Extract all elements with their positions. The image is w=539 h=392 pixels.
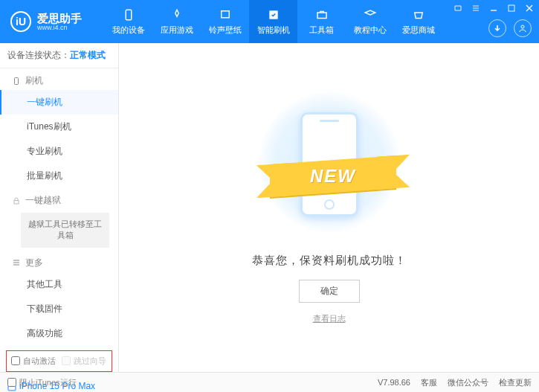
success-message: 恭喜您，保资料刷机成功啦！ bbox=[252, 254, 407, 268]
svg-rect-4 bbox=[509, 5, 514, 11]
sidebar: 设备连接状态：正常模式 刷机 一键刷机 iTunes刷机 专业刷机 批量刷机 一… bbox=[0, 43, 119, 372]
svg-rect-3 bbox=[317, 13, 326, 19]
footer-support[interactable]: 客服 bbox=[421, 377, 437, 388]
nav-store[interactable]: 爱思商城 bbox=[394, 0, 442, 43]
apps-icon bbox=[170, 8, 184, 22]
svg-point-5 bbox=[521, 25, 524, 28]
section-flash: 刷机 bbox=[0, 68, 118, 90]
ringtone-icon bbox=[219, 8, 232, 22]
svg-rect-6 bbox=[15, 77, 19, 84]
logo-icon: iU bbox=[10, 11, 31, 32]
download-button[interactable] bbox=[488, 19, 506, 37]
nav-apps[interactable]: 应用游戏 bbox=[152, 0, 201, 43]
svg-rect-7 bbox=[14, 200, 19, 204]
connection-status: 设备连接状态：正常模式 bbox=[0, 43, 118, 68]
store-icon bbox=[412, 8, 425, 22]
nav-ringtones[interactable]: 铃声壁纸 bbox=[201, 0, 249, 43]
svg-rect-0 bbox=[126, 10, 132, 20]
new-ribbon: NEW bbox=[310, 166, 356, 187]
user-button[interactable] bbox=[514, 19, 532, 37]
more-icon bbox=[12, 258, 21, 267]
skip-guide-checkbox[interactable]: 跳过向导 bbox=[62, 356, 106, 367]
version-label: V7.98.66 bbox=[378, 378, 410, 387]
success-illustration: NEW bbox=[255, 91, 404, 240]
app-url: www.i4.cn bbox=[37, 24, 82, 31]
nav-toolbox[interactable]: 工具箱 bbox=[297, 0, 346, 43]
sidebar-item-pro[interactable]: 专业刷机 bbox=[0, 139, 118, 164]
view-log-link[interactable]: 查看日志 bbox=[313, 313, 346, 324]
app-header: iU 爱思助手 www.i4.cn 我的设备 应用游戏 铃声壁纸 智能刷机 工具… bbox=[0, 0, 539, 43]
sidebar-item-advanced[interactable]: 高级功能 bbox=[0, 321, 118, 346]
nav-flash[interactable]: 智能刷机 bbox=[249, 0, 297, 43]
sidebar-item-download[interactable]: 下载固件 bbox=[0, 297, 118, 321]
top-nav: 我的设备 应用游戏 铃声壁纸 智能刷机 工具箱 教程中心 爱思商城 bbox=[104, 0, 442, 43]
nav-tutorials[interactable]: 教程中心 bbox=[346, 0, 394, 43]
nav-my-device[interactable]: 我的设备 bbox=[104, 0, 152, 43]
sidebar-item-itunes[interactable]: iTunes刷机 bbox=[0, 115, 118, 139]
close-icon[interactable] bbox=[524, 3, 535, 13]
footer-wechat[interactable]: 微信公众号 bbox=[448, 377, 488, 388]
sidebar-item-batch[interactable]: 批量刷机 bbox=[0, 164, 118, 188]
jailbreak-notice: 越狱工具已转移至工具箱 bbox=[21, 213, 109, 248]
menu-icon[interactable] bbox=[471, 3, 481, 13]
highlight-box: 自动激活 跳过向导 bbox=[6, 350, 112, 372]
lock-icon bbox=[12, 196, 21, 205]
window-controls bbox=[453, 3, 535, 13]
auto-activate-checkbox[interactable]: 自动激活 bbox=[11, 356, 56, 367]
toolbox-icon bbox=[315, 8, 329, 22]
section-more: 更多 bbox=[0, 251, 118, 272]
footer-update[interactable]: 检查更新 bbox=[499, 377, 532, 388]
section-jailbreak: 一键越狱 bbox=[0, 188, 118, 210]
tutorial-icon bbox=[364, 8, 377, 22]
sidebar-item-oneclick[interactable]: 一键刷机 bbox=[0, 90, 118, 115]
main-panel: NEW 恭喜您，保资料刷机成功啦！ 确定 查看日志 bbox=[119, 43, 539, 372]
minimize-icon[interactable] bbox=[488, 3, 499, 13]
block-itunes-checkbox[interactable]: 阻止iTunes运行 bbox=[7, 377, 77, 388]
svg-rect-1 bbox=[221, 10, 229, 17]
header-actions bbox=[488, 19, 532, 37]
device-icon bbox=[122, 8, 135, 22]
flash-section-icon bbox=[12, 77, 21, 86]
logo-area: iU 爱思助手 www.i4.cn bbox=[0, 11, 104, 32]
skin-icon[interactable] bbox=[453, 3, 463, 13]
confirm-button[interactable]: 确定 bbox=[299, 280, 360, 303]
app-name: 爱思助手 bbox=[37, 13, 82, 24]
flash-icon bbox=[267, 8, 280, 22]
maximize-icon[interactable] bbox=[506, 3, 517, 13]
sidebar-item-other[interactable]: 其他工具 bbox=[0, 272, 118, 297]
